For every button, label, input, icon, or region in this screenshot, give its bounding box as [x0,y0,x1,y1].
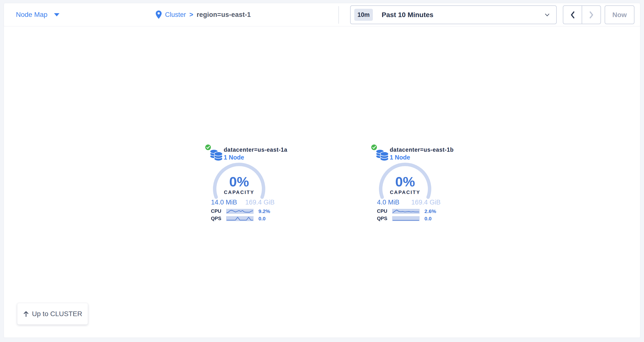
breadcrumb-cluster-link[interactable]: Cluster [165,11,186,18]
view-selector-label: Node Map [16,11,48,18]
healthy-check-icon [370,144,378,151]
cpu-sparkline [392,209,420,214]
chevron-left-icon [570,11,575,18]
cpu-value: 9.2% [258,208,270,214]
capacity-total: 169.4 GiB [245,199,274,206]
chevron-right-icon [589,11,594,18]
map-pin-icon [156,10,162,19]
qps-value: 0.0 [424,216,432,222]
datacenter-card-us-east-1b[interactable]: datacenter=us-east-1b 1 Node 0% CAPACITY… [366,142,459,224]
qps-sparkline [392,216,420,221]
datacenter-title: datacenter=us-east-1b [390,146,454,153]
caret-down-icon [54,13,60,16]
cpu-sparkline [226,209,254,214]
cpu-value: 2.6% [424,208,436,214]
capacity-label: CAPACITY [366,190,444,195]
cpu-label: CPU [200,208,221,214]
chevron-down-icon [544,13,550,16]
qps-value: 0.0 [258,216,266,222]
healthy-check-icon [204,144,212,151]
up-to-cluster-button[interactable]: Up to CLUSTER [17,303,88,325]
capacity-values-row: 14.0 MiB 169.4 GiB [211,199,274,206]
time-step-forward-button[interactable] [582,6,600,24]
datacenter-card-us-east-1a[interactable]: datacenter=us-east-1a 1 Node 0% CAPACITY… [200,142,293,224]
capacity-used: 14.0 MiB [211,199,237,206]
capacity-percent: 0% [200,175,278,189]
qps-label: QPS [366,216,387,221]
qps-metric-row: QPS 0.0 [200,215,278,222]
cpu-metric-row: CPU 9.2% [200,208,278,215]
datacenter-node-count: 1 Node [224,154,244,161]
breadcrumb-separator: > [190,11,194,18]
node-map-page: { "header": { "view_selector": { "label"… [0,0,644,342]
cpu-label: CPU [366,208,387,214]
breadcrumb-current-locality: region=us-east-1 [196,11,251,18]
breadcrumb: Cluster > region=us-east-1 [156,10,251,19]
qps-metric-row: QPS 0.0 [366,215,444,222]
main-panel: Node Map Cluster > region=us-east-1 10m … [4,3,640,338]
cpu-metric-row: CPU 2.6% [366,208,444,215]
capacity-percent: 0% [366,175,444,189]
arrow-up-icon [23,311,29,317]
up-to-cluster-label: Up to CLUSTER [32,310,82,318]
now-button[interactable]: Now [605,5,634,24]
time-range-label: Past 10 Minutes [382,11,544,19]
datacenter-node-count: 1 Node [390,154,410,161]
header-divider [338,6,339,24]
time-range-badge: 10m [354,9,373,21]
node-map-canvas: datacenter=us-east-1a 1 Node 0% CAPACITY… [4,26,640,338]
time-step-button-group [563,5,601,24]
capacity-values-row: 4.0 MiB 169.4 GiB [377,199,440,206]
view-selector-dropdown[interactable]: Node Map [16,11,60,18]
datacenter-title: datacenter=us-east-1a [224,146,287,153]
capacity-label: CAPACITY [200,190,278,195]
qps-sparkline [226,216,254,221]
capacity-total: 169.4 GiB [411,199,440,206]
toolbar: Node Map Cluster > region=us-east-1 10m … [4,3,640,26]
qps-label: QPS [200,216,221,221]
capacity-used: 4.0 MiB [377,199,400,206]
time-range-dropdown[interactable]: 10m Past 10 Minutes [350,5,557,24]
time-step-back-button[interactable] [563,6,582,24]
